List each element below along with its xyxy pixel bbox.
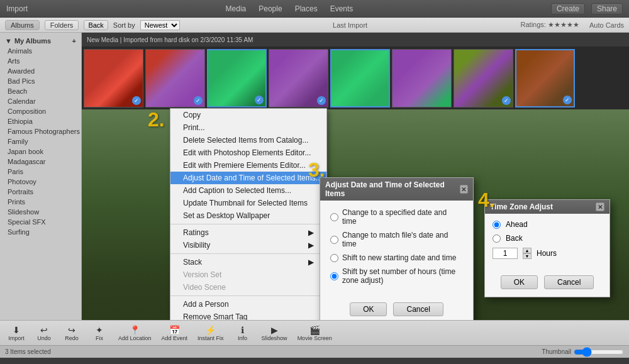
share-button[interactable]: Share: [591, 3, 623, 14]
tz-dialog[interactable]: Time Zone Adjust ✕ Ahead Back 1: [484, 199, 610, 297]
breadcrumb-bar: New Media | Imported from hard disk on 2…: [82, 33, 629, 47]
thumbnail-4[interactable]: ✓: [269, 49, 328, 108]
main-area: ▼ My Albums + AnimalsArtsAwardedBad Pics…: [0, 33, 629, 320]
sidebar-item-composition[interactable]: Composition: [0, 106, 81, 116]
sidebar-item-madagascar[interactable]: Madagascar: [0, 157, 81, 167]
zoom-slider[interactable]: [574, 347, 624, 357]
create-button[interactable]: Create: [551, 3, 585, 14]
sidebar-item-slideshow[interactable]: Slideshow: [0, 207, 81, 217]
adjust-ok-button[interactable]: OK: [350, 302, 387, 316]
tz-hours-row: 1 ▲ ▼ Hours: [493, 248, 602, 259]
status-right: Thumbnail: [542, 347, 624, 357]
adjust-radio-1[interactable]: [330, 236, 338, 244]
adjust-dialog-close[interactable]: ✕: [460, 185, 468, 194]
menu-item-ratings[interactable]: Ratings▶: [170, 226, 326, 239]
sidebar-item-photovoy[interactable]: Photovoy: [0, 177, 81, 187]
sidebar-item-family[interactable]: Family: [0, 136, 81, 146]
menu-item-add-a-person[interactable]: Add a Person: [170, 298, 326, 311]
tz-cancel-button[interactable]: Cancel: [544, 275, 594, 289]
checkmark-2: ✓: [194, 96, 203, 105]
menu-item-video-scene: Video Scene: [170, 281, 326, 294]
adjust-dialog-buttons: OK Cancel: [320, 297, 473, 320]
menu-item-stack[interactable]: Stack▶: [170, 256, 326, 268]
thumbnail-3[interactable]: ✓: [207, 49, 267, 108]
import-title: Import: [6, 4, 28, 13]
sort-label: Sort by: [113, 21, 135, 29]
checkmark-1: ✓: [132, 96, 141, 105]
tz-back-radio[interactable]: [493, 234, 501, 243]
tool-fix[interactable]: ✦Fix: [88, 324, 111, 343]
sidebar-item-arts[interactable]: Arts: [0, 56, 81, 66]
sidebar-item-bad-pics[interactable]: Bad Pics: [0, 76, 81, 86]
add-album-icon[interactable]: +: [72, 37, 76, 45]
menu-item-set-as-desktop-wallpaper[interactable]: Set as Desktop Wallpaper: [170, 209, 326, 222]
tz-ahead-label: Ahead: [506, 220, 528, 229]
sidebar-item-prints[interactable]: Prints: [0, 197, 81, 207]
tool-instant-fix[interactable]: ⚡Instant Fix: [195, 324, 226, 343]
sidebar-item-ethiopia[interactable]: Ethiopia: [0, 116, 81, 126]
sidebar-item-calendar[interactable]: Calendar: [0, 96, 81, 106]
sidebar-item-animals[interactable]: Animals: [0, 46, 81, 56]
menu-item-add-caption-to-selected-items-[interactable]: Add Caption to Selected Items...: [170, 184, 326, 197]
sidebar-item-surfing[interactable]: Surfing: [0, 227, 81, 237]
tz-back-label: Back: [506, 234, 523, 243]
status-zoom: Thumbnail: [542, 348, 571, 355]
menu-item-update-thumbnail-for-selected-[interactable]: Update Thumbnail for Selected Items: [170, 197, 326, 209]
nav-events[interactable]: Events: [330, 4, 353, 13]
menu-item-remove-smart-tag[interactable]: Remove Smart Tag: [170, 311, 326, 320]
adjust-radio-label-0: Change to a specified date and time: [342, 208, 463, 226]
sidebar-item-special-sfx[interactable]: Special SFX: [0, 217, 81, 227]
tz-ok-button[interactable]: OK: [501, 275, 538, 289]
folders-tab[interactable]: Folders: [45, 20, 79, 30]
albums-tab[interactable]: Albums: [5, 20, 40, 30]
tool-movie-screen[interactable]: 🎬Movie Screen: [295, 324, 335, 343]
menu-item-copy[interactable]: Copy: [170, 109, 326, 121]
menu-item-edit-with-premiere-elements-ed[interactable]: Edit with Premiere Elements Editor...: [170, 159, 326, 172]
tool-add-event[interactable]: 📅Add Event: [159, 324, 191, 343]
tool-import[interactable]: ⬇Import: [5, 324, 28, 343]
sidebar-item-famous-photographers[interactable]: Famous Photographers: [0, 126, 81, 136]
thumbnails-bar: ✓ ✓ ✓ ✓ ✓ ✓: [82, 47, 629, 109]
tool-redo[interactable]: ↪Redo: [60, 324, 83, 343]
tool-info[interactable]: ℹInfo: [231, 324, 254, 343]
tz-dialog-close[interactable]: ✕: [596, 202, 604, 211]
sort-select[interactable]: Newest: [140, 20, 180, 30]
tool-undo[interactable]: ↩Undo: [33, 324, 55, 343]
menu-item-visibility[interactable]: Visibility▶: [170, 239, 326, 251]
status-items: 3 Items selected: [5, 348, 51, 355]
tool-slideshow[interactable]: ▶Slideshow: [259, 324, 290, 343]
tool-add-location[interactable]: 📍Add Location: [116, 324, 154, 343]
adjust-radio-2[interactable]: [330, 254, 338, 262]
tz-hours-input[interactable]: 1: [493, 248, 518, 259]
top-bar-center: Media People Places Events: [226, 4, 353, 13]
sidebar-item-awarded[interactable]: Awarded: [0, 66, 81, 76]
tz-ahead-radio[interactable]: [493, 221, 501, 229]
thumbnail-6[interactable]: [392, 49, 452, 108]
menu-item-delete-selected-items-from-cat[interactable]: Delete Selected Items from Catalog...: [170, 134, 326, 146]
nav-places[interactable]: Places: [295, 4, 318, 13]
adjust-radio-0[interactable]: [330, 213, 338, 221]
adjust-cancel-button[interactable]: Cancel: [393, 302, 443, 316]
sidebar-item-japan-book[interactable]: Japan book: [0, 146, 81, 157]
sidebar-item-portraits[interactable]: Portraits: [0, 187, 81, 197]
thumbnail-2[interactable]: ✓: [145, 49, 205, 108]
sidebar-header: ▼ My Albums +: [0, 36, 81, 46]
thumbnail-8[interactable]: ✓: [515, 49, 575, 108]
sidebar-item-paris[interactable]: Paris: [0, 167, 81, 177]
thumbnail-1[interactable]: ✓: [84, 49, 143, 108]
menu-item-print-[interactable]: Print...: [170, 121, 326, 134]
nav-people[interactable]: People: [259, 4, 282, 13]
adjust-radio-3[interactable]: [330, 272, 338, 280]
context-menu: CopyPrint...Delete Selected Items from C…: [170, 108, 327, 320]
menu-separator: [170, 295, 326, 296]
adjust-date-dialog[interactable]: Adjust Date and Time of Selected Items ✕…: [320, 177, 474, 320]
thumbnail-7[interactable]: ✓: [454, 49, 513, 108]
thumbnail-5[interactable]: [330, 49, 390, 108]
nav-media[interactable]: Media: [226, 4, 247, 13]
back-button[interactable]: Back: [84, 20, 108, 30]
hours-up-btn[interactable]: ▲: [523, 248, 532, 253]
hours-down-btn[interactable]: ▼: [523, 253, 532, 259]
menu-item-adjust-date-and-time-of-select[interactable]: Adjust Date and Time of Selected Items..…: [170, 172, 326, 184]
sidebar-item-beach[interactable]: Beach: [0, 86, 81, 96]
menu-item-edit-with-photoshop-elements-e[interactable]: Edit with Photoshop Elements Editor...: [170, 146, 326, 159]
